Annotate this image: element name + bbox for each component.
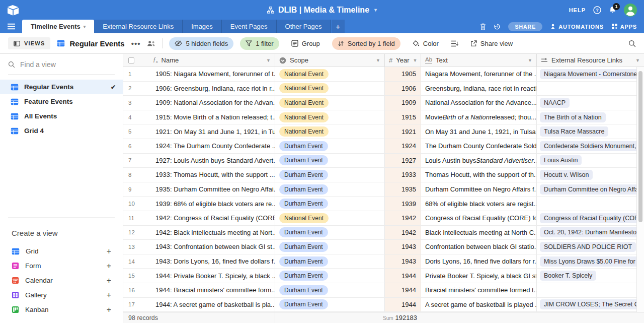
tab-external-resource-links[interactable]: External Resource Links [94,20,183,33]
cell-text[interactable]: Thomas Hocutt, with the support of th... [421,168,537,182]
create-view-form[interactable]: Form+ [0,259,123,273]
cell-scope[interactable]: Durham Event [275,254,385,269]
cell-scope[interactable]: Durham Event [275,283,385,297]
base-title-group[interactable]: DLIB | Media & Timeline ▾ [267,6,377,15]
cell-scope[interactable]: Durham Event [275,168,385,182]
cell-year[interactable]: 1933 [385,168,421,182]
cell-name[interactable]: 1935: Durham Committee on Negro Affai... [155,182,275,197]
create-view-grid[interactable]: Grid+ [0,244,123,259]
linked-record-pill[interactable]: Louis Austin [540,155,582,165]
cell-name[interactable]: 1915: Movie Birth of a Nation released; … [155,110,275,124]
cell-scope[interactable]: Durham Event [275,139,385,153]
linked-record-pill[interactable]: Niagara Movement - Cornerstone [540,69,641,79]
views-toggle-button[interactable]: VIEWS [8,37,50,49]
cell-scope[interactable]: Durham Event [275,182,385,197]
cell-text[interactable]: The Durham County Confederate Sold... [421,139,537,153]
vertical-scrollbar[interactable] [636,67,644,312]
view-options-button[interactable]: ••• [131,39,141,48]
sidebar-item-all-events[interactable]: All Events [0,109,123,123]
cell-text[interactable]: On May 31 and June 1, 1921, in Tulsa ... [421,124,537,139]
chevron-down-icon[interactable]: ▼ [266,58,271,63]
cell-year[interactable]: 1921 [385,124,421,139]
hidden-fields-button[interactable]: 5 hidden fields [169,37,233,50]
chevron-down-icon[interactable]: ▼ [376,58,380,63]
trash-icon[interactable] [480,23,486,30]
hamburger-menu-icon[interactable] [0,20,22,33]
cell-year[interactable]: 1944 [385,298,421,312]
cell-text[interactable]: Private Booker T. Spicely, a black GI st… [421,269,537,283]
linked-record-pill[interactable]: Durham Committee on Negro Affai [540,184,644,195]
cell-external-resource-link[interactable] [537,283,644,297]
cell-scope[interactable]: National Event [275,124,385,139]
cell-name[interactable]: 1909: National Association for the Advan… [155,96,275,110]
cell-year[interactable]: 1935 [385,182,421,197]
cell-year[interactable]: 1909 [385,96,421,110]
cell-external-resource-link[interactable]: Tulsa Race Massacre [537,124,644,139]
chevron-down-icon[interactable]: ▼ [413,58,418,63]
share-button[interactable]: SHARE [508,22,542,31]
column-header-external-resource-links[interactable]: External Resource Links ▼ [537,54,644,67]
cell-name[interactable]: 1944: Biracial ministers' committee form… [155,283,275,297]
cell-name[interactable]: 1942: Black intellectuals meeting at Nor… [155,226,275,240]
cell-name[interactable]: 1943: Doris Lyons, 16, fined five dollar… [155,254,275,269]
cell-text[interactable]: A secret game of basketball is played ..… [421,298,537,312]
cell-name[interactable]: 1906: Greensburg, Indiana, race riot in … [155,82,275,96]
plus-icon[interactable]: + [107,291,111,300]
cell-external-resource-link[interactable]: Miss Lyons Draws $5.00 Fine for B [537,254,644,269]
history-icon[interactable] [494,23,501,30]
cell-year[interactable]: 1915 [385,110,421,124]
create-view-gallery[interactable]: Gallery+ [0,288,123,302]
search-icon[interactable] [628,40,636,47]
column-header-text[interactable]: Ab Text ▼ [421,54,537,67]
cell-scope[interactable]: National Event [275,96,385,110]
year-summary[interactable]: Sum 192183 [385,314,421,321]
chevron-down-icon[interactable]: ▾ [84,24,86,29]
avatar[interactable] [624,4,637,17]
cell-scope[interactable]: Durham Event [275,154,385,168]
cell-scope[interactable]: Durham Event [275,226,385,240]
cell-scope[interactable]: National Event [275,110,385,124]
cell-name[interactable]: 1905: Niagara Movement, forerunner of t.… [155,67,275,81]
cell-name[interactable]: 1933: Thomas Hocutt, with the support ..… [155,168,275,182]
cell-year[interactable]: 1906 [385,82,421,96]
cell-external-resource-link[interactable] [537,82,644,96]
chevron-down-icon[interactable]: ▼ [635,58,640,63]
linked-record-pill[interactable]: JIM CROW LOSES; The Secret Gam [540,299,644,309]
cell-year[interactable]: 1927 [385,154,421,168]
linked-record-pill[interactable]: NAACP [540,98,570,108]
cell-external-resource-link[interactable]: Hocutt v. Wilson [537,168,644,182]
cell-external-resource-link[interactable]: Oct. 20, 1942: Durham Manifesto [537,226,644,240]
linked-record-pill[interactable]: Confederate Soldiers Monument, I [540,141,643,151]
column-header-year[interactable]: # Year ▼ [385,54,421,67]
sidebar-item-grid-4[interactable]: Grid 4 [0,123,123,138]
cell-text[interactable]: Doris Lyons, 16, fined five dollars for … [421,254,537,269]
cell-year[interactable]: 1905 [385,67,421,81]
cell-year[interactable]: 1944 [385,269,421,283]
share-view-button[interactable]: Share view [465,37,518,50]
cell-scope[interactable]: National Event [275,211,385,225]
help-circle-icon[interactable]: ? [593,6,601,14]
cell-external-resource-link[interactable]: Durham Committee on Negro Affai [537,182,644,197]
column-header-scope[interactable]: Scope ▼ [275,54,385,67]
sidebar-item-feature-events[interactable]: Feature Events [0,94,123,109]
cell-scope[interactable]: National Event [275,82,385,96]
cell-scope[interactable]: Durham Event [275,298,385,312]
plus-icon[interactable]: + [107,247,111,256]
linked-record-pill[interactable]: Tulsa Race Massacre [540,126,608,137]
cell-external-resource-link[interactable]: Niagara Movement - Cornerstone [537,67,644,81]
cell-name[interactable]: 1924: The Durham County Confederate ... [155,139,275,153]
scrollbar-thumb[interactable] [638,71,642,222]
cell-year[interactable]: 1924 [385,139,421,153]
cell-text[interactable]: Congress of Racial Equality (CORE) fo... [421,211,537,225]
cell-scope[interactable]: Durham Event [275,240,385,254]
help-button[interactable]: HELP [569,7,586,13]
cell-text[interactable]: 68% of eligible black voters are regist.… [421,197,537,211]
tab-other-pages[interactable]: Other Pages [277,20,331,33]
cell-text[interactable]: Louis Austin buys Standard Advertiser... [421,154,537,168]
cell-text[interactable]: Biracial ministers' committee formed t..… [421,283,537,297]
apps-button[interactable]: APPS [611,23,637,30]
sort-button[interactable]: Sorted by 1 field [332,37,400,50]
column-header-name[interactable]: ƒx Name ▼ [123,54,275,67]
color-button[interactable]: Color [407,37,444,50]
cell-year[interactable]: 1939 [385,197,421,211]
